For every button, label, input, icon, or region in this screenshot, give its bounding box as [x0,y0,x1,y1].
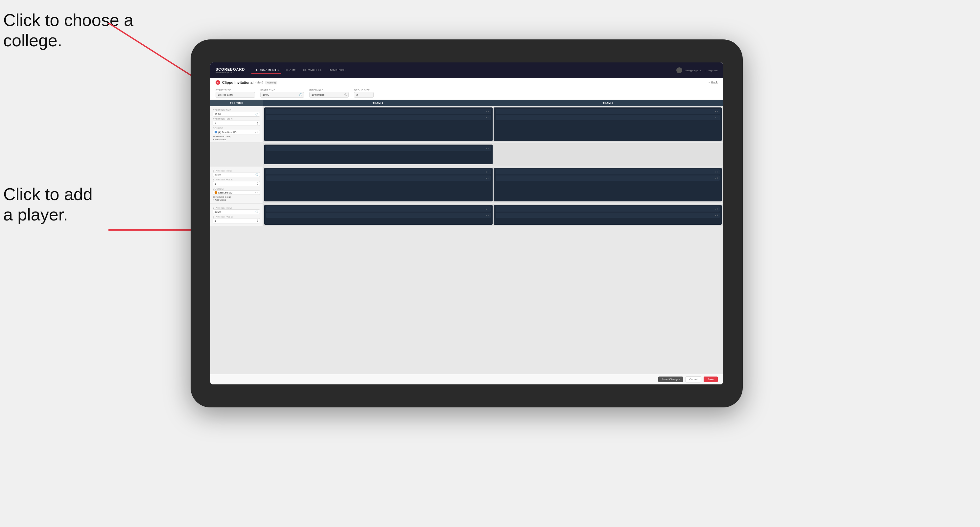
player-slot-3-3[interactable]: × ÷ [496,206,720,211]
group-size-label: Group Size [354,89,374,91]
nav-bar: SCOREBOARD Powered by clippd TOURNAMENTS… [210,62,723,78]
nav-link-teams[interactable]: TEAMS [283,67,299,74]
team1-cell-3: × ÷ × ÷ [264,205,493,225]
team2-cell-1: × ÷ × ÷ [494,108,722,141]
player-slot-1-3[interactable]: × ÷ [496,109,720,114]
start-time-input[interactable] [260,92,304,98]
course-row-1[interactable]: (A) Peachtree GC × ÷ [213,130,260,134]
player-slot-1-1[interactable]: × ÷ [266,109,491,114]
course-label-2: COURSE: [213,187,260,190]
tournament-gender: (Men) [255,81,263,84]
starting-hole-stepper-3[interactable]: 1 ▲▼ [213,218,260,224]
tablet-frame: SCOREBOARD Powered by clippd TOURNAMENTS… [191,40,743,407]
group-actions-1: ⊖ Remove Group + Add Group [213,135,260,141]
course-row-2[interactable]: East Lake GC × ÷ [213,190,260,195]
starting-time-input-2[interactable]: 10:10 🕐 [213,172,260,177]
group-1-sidebar: STARTING TIME: 10:00 🕐 STARTING HOLE: 1 … [210,106,263,142]
starting-time-label-3: STARTING TIME: [213,207,260,209]
player-slot-3-2[interactable]: × ÷ [266,213,491,218]
starting-hole-stepper-2[interactable]: 1 ▲▼ [213,181,260,186]
start-time-label: Start Time [260,89,304,91]
remove-group-2[interactable]: ⊖ Remove Group [213,196,260,198]
starting-hole-label-1: STARTING HOLE: [213,118,260,120]
annotation-choose-college: Click to choose a college. [3,10,134,51]
group-3-players: × ÷ × ÷ × [263,204,723,226]
table-header: Tee Time Team 1 Team 2 [210,100,723,106]
col-team2: Team 2 [493,100,723,106]
group-row-2: STARTING TIME: 10:10 🕐 STARTING HOLE: 1 … [210,167,723,203]
col-team1: Team 1 [263,100,493,106]
team2-cell-2: × ÷ × ÷ [494,168,722,202]
course-label-1: COURSE: [213,127,260,129]
player-slot-3-1[interactable]: × ÷ [266,206,491,211]
player-slot-2-4[interactable]: × ÷ [496,175,720,181]
course-dot-icon-2 [215,191,217,194]
clippd-logo-icon: C [216,80,220,85]
group-1-players: × ÷ × ÷ [263,106,723,142]
start-type-input-wrap: 1st Tee Start [216,92,255,98]
starting-time-input-1[interactable]: 10:00 🕐 [213,112,260,117]
user-email: blair@clippd.io [685,69,702,72]
clock-icon: 🕐 [299,93,302,96]
team1-cell-1: × ÷ × ÷ [264,108,493,141]
tournament-title: C Clippd Invitational (Men) Hosting [216,80,277,85]
save-button[interactable]: Save [704,376,718,382]
add-group-1[interactable]: + Add Group [213,138,260,141]
settings-row: Start Type 1st Tee Start Start Time 🕐 In… [210,87,723,100]
nav-link-tournaments[interactable]: TOURNAMENTS [251,67,281,74]
col-tee-time: Tee Time [210,100,263,106]
group-size-group: Group Size 3 [354,89,374,98]
player-slot-1b-1[interactable]: × ÷ [266,146,491,151]
nav-link-rankings[interactable]: RANKINGS [326,67,348,74]
logo-sub: Powered by clippd [216,71,245,74]
group-2-sidebar: STARTING TIME: 10:10 🕐 STARTING HOLE: 1 … [210,167,263,203]
player-slot-2-2[interactable]: × ÷ [266,175,491,181]
intervals-group: Intervals 10 Minutes ⓘ [309,89,349,98]
player-slot-1-2[interactable]: × ÷ [266,115,491,120]
back-button[interactable]: < Back [708,81,718,84]
start-type-select[interactable]: 1st Tee Start [216,92,255,98]
group-row-3: STARTING TIME: 10:20 🕐 STARTING HOLE: 1 … [210,204,723,226]
cancel-button[interactable]: Cancel [686,376,701,383]
group-2-players: × ÷ × ÷ × [263,167,723,203]
player-slot-1-4[interactable]: × ÷ [496,115,720,120]
starting-hole-stepper-1[interactable]: 1 ▲▼ [213,121,260,126]
logo-area: SCOREBOARD Powered by clippd [216,67,245,74]
starting-hole-label-2: STARTING HOLE: [213,178,260,181]
team1-cell-1b: × ÷ [264,144,493,164]
remove-group-1[interactable]: ⊖ Remove Group [213,135,260,138]
nav-link-committee[interactable]: COMMITTEE [301,67,325,74]
sub-header: C Clippd Invitational (Men) Hosting < Ba… [210,78,723,87]
tablet-screen: SCOREBOARD Powered by clippd TOURNAMENTS… [210,62,723,384]
intervals-input-wrap: 10 Minutes ⓘ [309,92,349,98]
start-time-input-wrap: 🕐 [260,92,304,98]
nav-links: TOURNAMENTS TEAMS COMMITTEE RANKINGS [251,67,676,74]
groups-container: STARTING TIME: 10:00 🕐 STARTING HOLE: 1 … [210,106,723,374]
user-avatar [676,67,682,73]
group-row-1: STARTING TIME: 10:00 🕐 STARTING HOLE: 1 … [210,106,723,142]
intervals-label: Intervals [309,89,349,91]
player-slot-3-4[interactable]: × ÷ [496,213,720,218]
annotation-add-player: Click to add a player. [3,184,93,225]
footer-bar: Reset Changes Cancel Save [210,374,723,384]
player-slot-2-1[interactable]: × ÷ [266,169,491,175]
starting-time-input-3[interactable]: 10:20 🕐 [213,209,260,214]
intervals-select[interactable]: 10 Minutes [309,92,349,98]
player-slot-2-3[interactable]: × ÷ [496,169,720,175]
team1-cell-2: × ÷ × ÷ [264,168,493,202]
start-type-group: Start Type 1st Tee Start [216,89,255,98]
group-size-input-wrap: 3 [354,92,374,98]
course-dot-icon-1 [215,131,217,133]
add-group-2[interactable]: + Add Group [213,199,260,201]
team2-cell-3: × ÷ × ÷ [494,205,722,225]
starting-hole-label-3: STARTING HOLE: [213,216,260,218]
group-3-sidebar: STARTING TIME: 10:20 🕐 STARTING HOLE: 1 … [210,204,263,226]
sign-out-link[interactable]: Sign out [708,69,718,72]
tournament-name: Clippd Invitational [222,81,253,84]
start-time-group: Start Time 🕐 [260,89,304,98]
start-type-label: Start Type [216,89,255,91]
group-size-select[interactable]: 3 [354,92,374,98]
reset-changes-button[interactable]: Reset Changes [658,376,683,382]
logo-text: SCOREBOARD [216,67,245,71]
starting-time-label-1: STARTING TIME: [213,109,260,111]
